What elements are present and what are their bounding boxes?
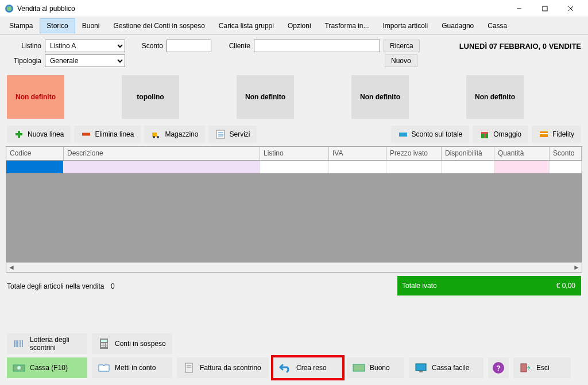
help-button[interactable]: ? bbox=[488, 357, 509, 378]
scroll-left-icon[interactable]: ◄ bbox=[8, 263, 15, 271]
maximize-button[interactable] bbox=[532, 0, 558, 17]
monitor-icon bbox=[415, 361, 427, 374]
svg-rect-42 bbox=[419, 371, 423, 372]
elimina-linea-button[interactable]: Elimina linea bbox=[74, 126, 141, 143]
cassa-facile-label: Cassa facile bbox=[432, 364, 469, 372]
col-descrizione[interactable]: Descrizione bbox=[64, 147, 260, 160]
col-codice[interactable]: Codice bbox=[6, 147, 64, 160]
listino-label: Listino bbox=[7, 42, 41, 50]
cell-disponibilita[interactable] bbox=[442, 161, 494, 173]
tag-icon bbox=[398, 129, 408, 139]
menu-gestione-conti[interactable]: Gestione dei Conti in sospeso bbox=[106, 18, 211, 33]
app-icon bbox=[5, 4, 14, 13]
tile-0[interactable]: Non definito bbox=[7, 75, 64, 119]
horizontal-scrollbar[interactable]: ◄ ► bbox=[6, 262, 582, 272]
buono-button[interactable]: Buono bbox=[347, 357, 404, 378]
tile-3[interactable]: Non definito bbox=[351, 75, 409, 119]
fattura-button[interactable]: Fattura da scontrino bbox=[177, 357, 269, 378]
nuovo-button[interactable]: Nuovo bbox=[385, 55, 417, 67]
fidelity-button[interactable]: Fidelity bbox=[532, 126, 581, 143]
cell-listino[interactable] bbox=[260, 161, 329, 173]
tile-2[interactable]: Non definito bbox=[237, 75, 294, 119]
magazzino-button[interactable]: Magazzino bbox=[144, 126, 205, 143]
document-icon bbox=[183, 361, 195, 374]
col-disponibilita[interactable]: Disponibilità bbox=[442, 147, 494, 160]
servizi-button[interactable]: Servizi bbox=[208, 126, 257, 143]
list-icon bbox=[215, 129, 226, 139]
forklift-icon bbox=[151, 129, 161, 139]
table-row[interactable] bbox=[6, 161, 582, 173]
gift-icon bbox=[479, 129, 490, 139]
articles-total-value: 0 bbox=[111, 282, 115, 290]
lotteria-button[interactable]: Lotteria degli scontrini bbox=[7, 333, 87, 354]
esci-label: Esci bbox=[536, 364, 550, 372]
scroll-right-icon[interactable]: ► bbox=[573, 263, 580, 271]
fattura-label: Fattura da scontrino bbox=[200, 364, 261, 372]
sconto-label: Sconto bbox=[134, 42, 163, 50]
data-grid[interactable]: Codice Descrizione Listino IVA Prezzo iv… bbox=[6, 146, 582, 273]
col-sconto[interactable]: Sconto bbox=[550, 147, 582, 160]
form-row-2: Tipologia Generale Nuovo bbox=[0, 53, 588, 73]
menu-storico[interactable]: Storico bbox=[40, 18, 75, 33]
menu-stampa[interactable]: Stampa bbox=[2, 18, 40, 33]
menu-buoni[interactable]: Buoni bbox=[75, 18, 107, 33]
magazzino-label: Magazzino bbox=[165, 130, 198, 138]
sconto-input[interactable] bbox=[167, 40, 211, 52]
sconto-totale-button[interactable]: Sconto sul totale bbox=[391, 126, 470, 143]
buono-label: Buono bbox=[370, 364, 390, 372]
tipologia-select[interactable]: Generale bbox=[45, 55, 125, 67]
cell-descrizione[interactable] bbox=[64, 161, 260, 173]
menu-guadagno[interactable]: Guadagno bbox=[435, 18, 481, 33]
svg-rect-3 bbox=[543, 6, 547, 11]
ricerca-button[interactable]: Ricerca bbox=[384, 40, 420, 52]
nuova-linea-label: Nuova linea bbox=[28, 130, 64, 138]
menu-opzioni[interactable]: Opzioni bbox=[281, 18, 318, 33]
card-icon bbox=[539, 129, 549, 139]
calculator-icon bbox=[98, 337, 110, 350]
svg-point-36 bbox=[17, 366, 21, 370]
metti-conto-button[interactable]: Metti in conto bbox=[92, 357, 172, 378]
sconto-totale-label: Sconto sul totale bbox=[412, 130, 463, 138]
titlebar: Vendita al pubblico bbox=[0, 0, 588, 17]
cell-prezzo[interactable] bbox=[386, 161, 442, 173]
nuova-linea-button[interactable]: Nuova linea bbox=[7, 126, 71, 143]
svg-rect-9 bbox=[152, 133, 157, 137]
tile-1[interactable]: topolino bbox=[122, 75, 179, 119]
cell-sconto[interactable] bbox=[550, 161, 582, 173]
menu-trasforma[interactable]: Trasforma in... bbox=[318, 18, 376, 33]
cell-codice[interactable] bbox=[6, 161, 64, 173]
totals-row: Totale degli articoli nella vendita 0 To… bbox=[0, 273, 588, 299]
tile-4[interactable]: Non definito bbox=[466, 75, 524, 119]
money-icon bbox=[353, 361, 365, 374]
menu-importa[interactable]: Importa articoli bbox=[376, 18, 435, 33]
close-button[interactable] bbox=[558, 0, 583, 17]
minus-icon bbox=[81, 129, 91, 139]
svg-rect-33 bbox=[103, 345, 105, 347]
svg-point-10 bbox=[153, 136, 155, 138]
cassa-facile-button[interactable]: Cassa facile bbox=[409, 357, 483, 378]
cell-quantita[interactable] bbox=[494, 161, 550, 173]
menubar: Stampa Storico Buoni Gestione dei Conti … bbox=[0, 17, 588, 35]
col-quantita[interactable]: Quantità bbox=[494, 147, 550, 160]
form-row-1: Listino Listino A Sconto Cliente Ricerca… bbox=[0, 35, 588, 53]
minimize-button[interactable] bbox=[506, 0, 532, 17]
metti-label: Metti in conto bbox=[115, 364, 156, 372]
menu-cassa[interactable]: Cassa bbox=[481, 18, 514, 33]
esci-button[interactable]: Esci bbox=[513, 357, 571, 378]
crea-reso-button[interactable]: Crea reso bbox=[273, 357, 342, 378]
cassa-button[interactable]: Cassa (F10) bbox=[7, 357, 87, 378]
cliente-input[interactable] bbox=[254, 40, 380, 52]
svg-rect-34 bbox=[106, 345, 107, 347]
menu-carica-gruppi[interactable]: Carica lista gruppi bbox=[212, 18, 281, 33]
conti-sospeso-button[interactable]: Conti in sospeso bbox=[92, 333, 172, 354]
col-prezzo[interactable]: Prezzo ivato bbox=[386, 147, 442, 160]
omaggio-button[interactable]: Omaggio bbox=[473, 126, 528, 143]
svg-rect-32 bbox=[101, 345, 103, 347]
toolbar: Nuova linea Elimina linea Magazzino Serv… bbox=[0, 125, 588, 146]
cassa-label: Cassa (F10) bbox=[30, 364, 68, 372]
cell-iva[interactable] bbox=[329, 161, 386, 173]
col-listino[interactable]: Listino bbox=[260, 147, 329, 160]
col-iva[interactable]: IVA bbox=[329, 147, 386, 160]
listino-select[interactable]: Listino A bbox=[45, 40, 125, 52]
book-icon bbox=[98, 361, 110, 374]
